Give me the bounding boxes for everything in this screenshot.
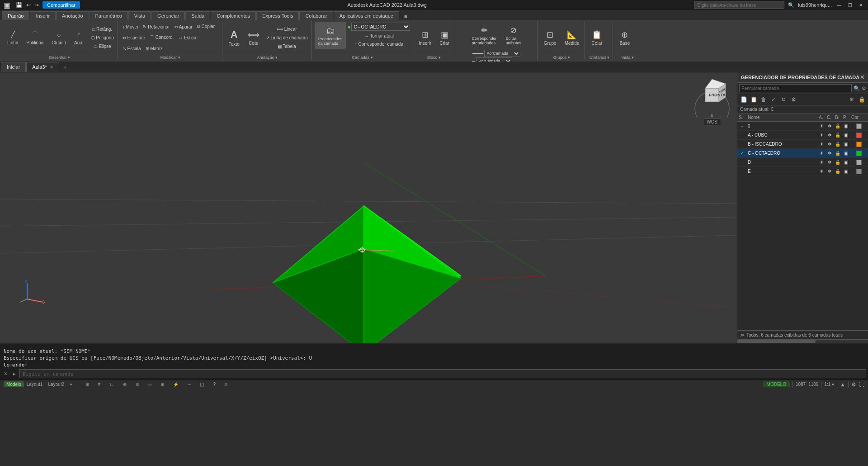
layer-search-input[interactable] bbox=[739, 84, 852, 92]
layer-row-cubo[interactable]: A - CUBO ☀ ❄ 🔓 ▣ bbox=[737, 131, 868, 140]
app-menu-icon[interactable]: ▣ bbox=[4, 1, 10, 10]
layer-row-e[interactable]: E ☀ ❄ 🔓 ▣ bbox=[737, 167, 868, 176]
btn-poligono[interactable]: ⬡ Polígono bbox=[89, 34, 116, 42]
btn-tornar-atual[interactable]: → Tornar atual bbox=[348, 32, 410, 40]
btn-elipse[interactable]: ⬭ Elipse bbox=[89, 43, 116, 51]
layer-row-octaedro[interactable]: ✓ C - OCTAEDRO ☀ ❄ 🔓 ▣ bbox=[737, 149, 868, 158]
viewcube[interactable]: FRONTAL DIREITO S WCS bbox=[692, 77, 732, 118]
btn-corresponder-prop[interactable]: ✏ Corresponderpropriedades bbox=[468, 22, 500, 49]
quick-access-redo[interactable]: ↪ bbox=[34, 2, 39, 8]
ribbon-overflow[interactable]: ≡ bbox=[401, 13, 410, 20]
share-button[interactable]: Compartilhar bbox=[42, 1, 80, 9]
user-account[interactable]: luis99henriqu... bbox=[798, 2, 832, 8]
btn-aparar[interactable]: ✂ Aparar bbox=[173, 23, 194, 31]
tab-inserir[interactable]: Inserir bbox=[30, 11, 56, 20]
btn-rotacionar[interactable]: ↻ Rotacionar bbox=[141, 23, 171, 31]
btn-tabela[interactable]: ▦ Tabela bbox=[264, 43, 310, 51]
doc-tab-iniciar[interactable]: Iniciar bbox=[1, 62, 26, 72]
tab-anotacao[interactable]: Anotação bbox=[56, 11, 89, 20]
layer-search-icon[interactable]: 🔍 bbox=[854, 86, 860, 91]
cmd-input[interactable] bbox=[19, 369, 866, 378]
annotation-monitor[interactable]: ▲ bbox=[840, 381, 845, 388]
layer-new-prop[interactable]: 📋 bbox=[749, 95, 758, 104]
layer-settings[interactable]: ⚙ bbox=[789, 95, 798, 104]
tab-parametrico[interactable]: Paramétrico bbox=[90, 11, 128, 20]
btn-espelhar[interactable]: ⇔ Espelhar bbox=[121, 33, 147, 42]
cmd-close-btn[interactable]: ✕ bbox=[2, 371, 9, 377]
layer-row-isocaedro[interactable]: B - ISOCAEDRO ☀ ❄ 🔓 ▣ bbox=[737, 140, 868, 149]
layer-delete[interactable]: 🗑 bbox=[759, 95, 768, 104]
doc-tab-close[interactable]: ✕ bbox=[50, 65, 53, 70]
btn-concord[interactable]: ⌒ Concord. bbox=[148, 33, 175, 42]
btn-colar[interactable]: 📋 Colar bbox=[588, 24, 606, 52]
btn-circulo[interactable]: ○ Círculo bbox=[48, 24, 70, 52]
grid-toggle[interactable]: # bbox=[95, 381, 104, 387]
add-layout-tab[interactable]: + bbox=[67, 381, 75, 387]
tab-apps[interactable]: Aplicativos em destaque bbox=[334, 11, 399, 20]
btn-editar-atributos[interactable]: ⊘ Editaratributos bbox=[502, 22, 525, 49]
annotation-scale[interactable]: 1:1 ▾ bbox=[824, 382, 834, 387]
layer-row-d[interactable]: D ☀ ❄ 🔓 ▣ bbox=[737, 158, 868, 167]
btn-retangulo[interactable]: □ Retâng. bbox=[89, 25, 116, 33]
snap-toggle[interactable]: ⊞ bbox=[83, 381, 92, 387]
btn-texto[interactable]: A Texto bbox=[225, 24, 243, 52]
layer-panel-close[interactable]: ✕ bbox=[860, 74, 864, 81]
search-icon[interactable]: 🔍 bbox=[788, 2, 794, 8]
model-tab[interactable]: Modelo bbox=[4, 381, 24, 387]
tab-vista[interactable]: Vista bbox=[128, 11, 151, 20]
viewport[interactable]: [-][Vista personalizada][Raio X] bbox=[0, 72, 737, 343]
otrack-toggle[interactable]: ∞ bbox=[146, 381, 154, 387]
doc-tab-aula3[interactable]: Aula3* ✕ bbox=[26, 62, 59, 72]
btn-cota[interactable]: ⟺ Cota bbox=[244, 24, 263, 52]
min-button[interactable]: — bbox=[835, 1, 843, 9]
btn-grupo[interactable]: ⊡ Grupo bbox=[540, 24, 560, 52]
search-input[interactable] bbox=[694, 1, 784, 9]
tab-complementos[interactable]: Complementos bbox=[211, 11, 256, 20]
btn-mover[interactable]: ↕ Mover bbox=[121, 23, 141, 31]
fullscreen-toggle[interactable]: ⛶ bbox=[859, 381, 864, 388]
cmd-arrow-btn[interactable]: ▸ bbox=[11, 371, 18, 377]
tab-express[interactable]: Express Tools bbox=[256, 11, 299, 20]
layer-freeze-all[interactable]: ❄ bbox=[847, 95, 856, 104]
layer-row-0[interactable]: → 0 ☀ ❄ 🔓 ▣ bbox=[737, 122, 868, 131]
quick-access-save[interactable]: 💾 bbox=[16, 2, 23, 8]
layer-panel-settings[interactable]: ⚙ bbox=[862, 86, 866, 91]
btn-medida[interactable]: 📐 Medida bbox=[561, 24, 583, 52]
osnap-toggle[interactable]: ⊙ bbox=[133, 381, 142, 387]
layout1-tab[interactable]: Layout1 bbox=[24, 381, 46, 387]
btn-escala[interactable]: ⤡ Escala bbox=[121, 45, 143, 53]
btn-base[interactable]: ⊕ Base bbox=[616, 24, 633, 52]
layer-set-current[interactable]: ✓ bbox=[769, 95, 778, 104]
doc-tab-add[interactable]: + bbox=[60, 62, 71, 71]
btn-linha-chamada[interactable]: ↗ Linha de chamada bbox=[264, 34, 310, 42]
close-button[interactable]: ✕ bbox=[857, 1, 864, 9]
lineweight-selector[interactable]: PorCamada bbox=[476, 57, 512, 62]
btn-inserir[interactable]: ⊞ Inserir bbox=[415, 24, 435, 52]
tab-colaborar[interactable]: Colaborar bbox=[299, 11, 333, 20]
btn-criar[interactable]: ▣ Criar bbox=[436, 24, 453, 52]
btn-esticar[interactable]: ↔ Esticar bbox=[176, 33, 199, 42]
btn-arco[interactable]: ◜ Arco bbox=[71, 24, 87, 52]
layer-refresh[interactable]: ↻ bbox=[779, 95, 788, 104]
btn-polilinha[interactable]: ⌒ Polilinha bbox=[23, 24, 47, 52]
scroll-thumb[interactable] bbox=[737, 340, 816, 343]
ducs-toggle[interactable]: ⊞ bbox=[158, 381, 167, 387]
tab-gerenciar[interactable]: Gerenciar bbox=[151, 11, 185, 20]
tab-padrao[interactable]: Padrão bbox=[2, 11, 29, 20]
btn-propriedades-camada[interactable]: 🗂 Propriedadesda camada bbox=[315, 22, 346, 49]
layer-new[interactable]: 📄 bbox=[739, 95, 748, 104]
btn-corresponder-camada[interactable]: ↕ Corresponder camada bbox=[348, 40, 410, 48]
ortho-toggle[interactable]: ∟ bbox=[107, 381, 117, 387]
tab-saida[interactable]: Saída bbox=[185, 11, 210, 20]
restore-button[interactable]: ❐ bbox=[846, 1, 854, 9]
sc-toggle[interactable]: ⎚ bbox=[222, 381, 230, 387]
btn-copiar[interactable]: ⧉ Copiar bbox=[195, 23, 217, 31]
workspace-settings[interactable]: ⚙ bbox=[851, 381, 856, 388]
layer-selector[interactable]: C - OCTAEDRO bbox=[351, 23, 410, 31]
btn-matriz[interactable]: ⊞ Matriz bbox=[144, 45, 165, 53]
btn-linear[interactable]: ⟺ Linear bbox=[264, 25, 310, 33]
dyn-toggle[interactable]: ⚡ bbox=[170, 381, 181, 387]
polar-toggle[interactable]: ⊕ bbox=[120, 381, 129, 387]
qp-toggle[interactable]: ? bbox=[210, 381, 218, 387]
layer-lock-all[interactable]: 🔒 bbox=[857, 95, 866, 104]
